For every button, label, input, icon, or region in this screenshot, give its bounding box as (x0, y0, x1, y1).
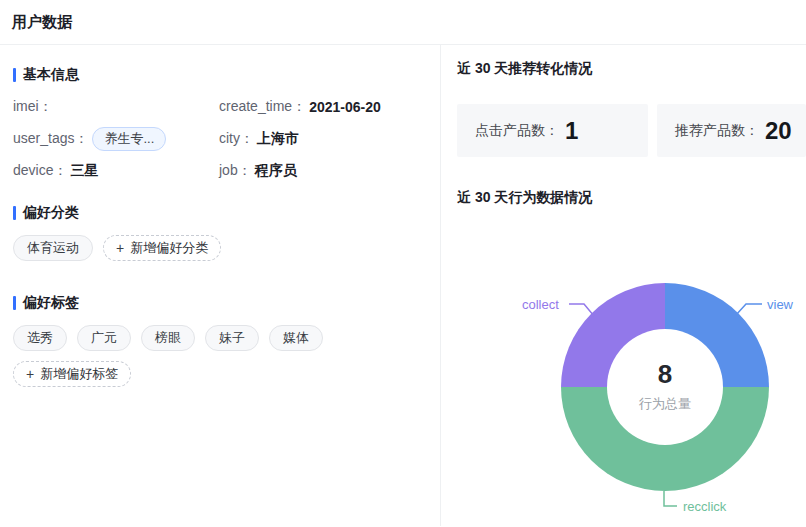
conversion-stat-cards: 点击产品数： 1 推荐产品数： 20 (457, 104, 806, 157)
chart-label-recclick[interactable]: recclick (683, 499, 726, 514)
field-city-value: 上海市 (257, 130, 299, 148)
preference-category-tags: 体育运动 + 新增偏好分类 (13, 235, 440, 261)
preference-tags-section: 偏好标签 选秀 广元 榜眼 妹子 媒体 + 新增偏好标签 (13, 294, 440, 387)
add-tag-label: 新增偏好标签 (40, 365, 118, 383)
basic-info-section: 基本信息 imei： create_time： 2021-06-20 user_… (13, 66, 440, 182)
clicked-products-value: 1 (565, 117, 578, 145)
add-category-label: 新增偏好分类 (130, 239, 208, 257)
add-category-button[interactable]: + 新增偏好分类 (103, 235, 221, 261)
recommended-products-label: 推荐产品数： (675, 122, 759, 140)
preference-tags-heading: 偏好标签 (13, 294, 440, 312)
field-device-value: 三星 (70, 162, 98, 180)
user-tag-pill[interactable]: 养生专... (92, 127, 166, 151)
section-marker (13, 206, 16, 220)
stats-panel: 近 30 天推荐转化情况 点击产品数： 1 推荐产品数： 20 近 30 天行为… (441, 45, 806, 526)
preference-category-heading: 偏好分类 (13, 204, 440, 222)
field-job-label: job： (219, 162, 252, 180)
field-device: device： 三星 (13, 160, 219, 182)
preference-tag[interactable]: 妹子 (205, 325, 259, 351)
category-tag[interactable]: 体育运动 (13, 235, 93, 261)
behavior-heading: 近 30 天行为数据情况 (457, 189, 592, 207)
page-title: 用户数据 (12, 13, 72, 32)
field-user-tags: user_tags： 养生专... (13, 127, 219, 151)
field-create-time-label: create_time： (219, 98, 306, 116)
plus-icon: + (116, 241, 124, 255)
clicked-products-card: 点击产品数： 1 (457, 104, 648, 157)
recommended-products-value: 20 (765, 117, 792, 145)
user-info-panel: 基本信息 imei： create_time： 2021-06-20 user_… (0, 45, 441, 526)
preference-tag[interactable]: 榜眼 (141, 325, 195, 351)
field-city-label: city： (219, 130, 254, 148)
plus-icon: + (26, 367, 34, 381)
behavior-donut[interactable]: 8 行为总量 (561, 283, 769, 491)
conversion-heading: 近 30 天推荐转化情况 (457, 60, 592, 78)
behavior-total-value: 8 (658, 361, 672, 387)
field-user-tags-label: user_tags： (13, 130, 88, 148)
field-imei: imei： (13, 96, 219, 118)
recommended-products-card: 推荐产品数： 20 (657, 104, 806, 157)
add-tag-button[interactable]: + 新增偏好标签 (13, 361, 131, 387)
field-create-time: create_time： 2021-06-20 (219, 96, 433, 118)
preference-tags-list: 选秀 广元 榜眼 妹子 媒体 + 新增偏好标签 (13, 325, 440, 387)
preference-category-heading-label: 偏好分类 (23, 204, 79, 222)
chart-label-view[interactable]: view (767, 297, 793, 312)
field-job-value: 程序员 (255, 162, 297, 180)
preference-tags-heading-label: 偏好标签 (23, 294, 79, 312)
field-job: job： 程序员 (219, 160, 433, 182)
chart-label-collect[interactable]: collect (522, 297, 559, 312)
behavior-total-label: 行为总量 (639, 395, 691, 413)
leader-recclick (664, 491, 677, 506)
section-marker (13, 68, 16, 82)
preference-tag[interactable]: 选秀 (13, 325, 67, 351)
leader-view (736, 304, 762, 315)
clicked-products-label: 点击产品数： (475, 122, 559, 140)
field-create-time-value: 2021-06-20 (309, 99, 381, 115)
section-marker (13, 296, 16, 310)
field-imei-label: imei： (13, 98, 53, 116)
main-content: 基本信息 imei： create_time： 2021-06-20 user_… (0, 45, 806, 526)
field-city: city： 上海市 (219, 127, 433, 151)
page-header: 用户数据 (0, 0, 806, 45)
preference-category-section: 偏好分类 体育运动 + 新增偏好分类 (13, 204, 440, 261)
basic-info-fields: imei： create_time： 2021-06-20 user_tags：… (13, 96, 433, 182)
donut-center: 8 行为总量 (607, 329, 723, 445)
preference-tag[interactable]: 广元 (77, 325, 131, 351)
basic-info-heading: 基本信息 (13, 66, 440, 84)
basic-info-heading-label: 基本信息 (23, 66, 79, 84)
preference-tag[interactable]: 媒体 (269, 325, 323, 351)
field-device-label: device： (13, 162, 67, 180)
